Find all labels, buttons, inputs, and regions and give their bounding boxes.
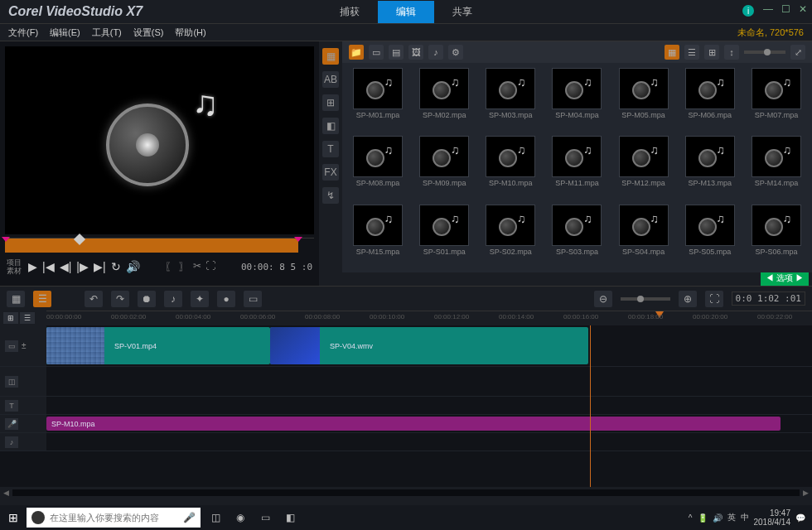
library-item[interactable]: ♫SP-M14.mpa [746, 136, 807, 199]
undo-icon[interactable]: ↶ [85, 291, 103, 307]
tray-clock[interactable]: 19:472018/4/14 [754, 508, 791, 527]
sidebar-transition-icon[interactable]: AB [322, 71, 339, 88]
taskbar-app-3[interactable]: ◧ [278, 508, 302, 528]
options-button[interactable]: ◀ 选项 ▶ [761, 272, 809, 286]
mic-icon[interactable]: 🎤 [183, 512, 196, 523]
redo-icon[interactable]: ↷ [111, 291, 129, 307]
cortana-icon[interactable] [31, 511, 45, 524]
playhead-line[interactable] [590, 325, 591, 487]
library-item[interactable]: ♫SP-M15.mpa [347, 205, 408, 267]
menu-file[interactable]: 文件(F) [8, 26, 38, 39]
start-button[interactable]: ⊞ [3, 508, 23, 528]
library-item[interactable]: ♫SP-M07.mpa [746, 68, 807, 131]
storyboard-view-icon[interactable]: ▦ [7, 291, 25, 307]
minimize-button[interactable]: — [763, 3, 773, 15]
view-list-icon[interactable]: ☰ [684, 45, 699, 60]
info-icon[interactable]: i [742, 5, 754, 17]
subtitle-icon[interactable]: ▭ [244, 291, 262, 307]
play-button[interactable]: ▶ [28, 260, 37, 273]
clip-audio-1[interactable]: SP-M10.mpa [46, 417, 781, 431]
timeline-timecode[interactable]: 0:0 1:02 :01 [732, 292, 805, 306]
timeline-scrollbar[interactable]: ◀▶ [0, 487, 812, 499]
menu-tools[interactable]: 工具(T) [92, 26, 122, 39]
record-icon[interactable]: ⏺ [138, 291, 156, 307]
folder-icon[interactable]: 📁 [349, 45, 364, 60]
timeline-view-icon[interactable]: ☰ [33, 291, 51, 307]
search-input[interactable] [50, 513, 183, 523]
tray-vol-icon[interactable]: 🔊 [713, 513, 723, 523]
sidebar-text-icon[interactable]: T [322, 141, 339, 157]
library-item[interactable]: ♫SP-S04.mpa [613, 205, 674, 267]
split-icon[interactable]: ✂ [193, 260, 201, 274]
library-item[interactable]: ♫SP-M11.mpa [546, 136, 607, 199]
notification-icon[interactable]: 💬 [795, 513, 805, 523]
playhead-indicator[interactable] [74, 234, 85, 245]
zoom-in-icon[interactable]: ⊕ [679, 291, 697, 307]
overlay-track-header[interactable]: ◫ [0, 367, 46, 396]
repeat-button[interactable]: ↻ [111, 260, 121, 273]
taskbar-app-2[interactable]: ▭ [254, 508, 277, 528]
trim-out-handle[interactable] [294, 237, 302, 242]
library-zoom-slider[interactable] [744, 51, 785, 54]
library-item[interactable]: ♫SP-M09.mpa [413, 136, 475, 199]
library-item[interactable]: ♫SP-M13.mpa [679, 136, 741, 199]
title-track-header[interactable]: T [0, 397, 46, 414]
preview-screen[interactable]: ♫ [5, 46, 314, 234]
mark-out-icon[interactable]: 〗 [179, 260, 189, 274]
library-item[interactable]: ♫SP-S06.mpa [746, 205, 807, 267]
music-track-header[interactable]: ♪ [0, 433, 46, 450]
gear-icon[interactable]: ⚙ [448, 45, 463, 60]
clip-video-1[interactable]: SP-V01.mp4 [46, 327, 270, 364]
sidebar-media-icon[interactable]: ▦ [322, 48, 339, 65]
menu-settings[interactable]: 设置(S) [133, 26, 164, 39]
taskbar-app-1[interactable]: ◉ [229, 508, 252, 528]
library-item[interactable]: ♫SP-S03.mpa [546, 205, 607, 267]
next-frame-button[interactable]: |▶ [76, 260, 89, 273]
view-thumb-icon[interactable]: ▦ [665, 45, 679, 60]
preview-timecode[interactable]: 00:00: 8 5 :0 [241, 262, 312, 272]
preview-mode-label[interactable]: 项目素材 [7, 258, 22, 275]
mixer-icon[interactable]: ♪ [164, 291, 182, 307]
library-item[interactable]: ♫SP-M10.mpa [480, 136, 541, 199]
library-item[interactable]: ♫SP-M12.mpa [613, 136, 674, 199]
show-photo-icon[interactable]: ▤ [389, 45, 404, 60]
show-video-icon[interactable]: ▭ [369, 45, 384, 60]
show-audio-icon[interactable]: ♪ [428, 45, 443, 60]
library-item[interactable]: ♫SP-M04.mpa [546, 68, 607, 131]
fit-icon[interactable]: ⛶ [705, 291, 723, 307]
mark-in-icon[interactable]: 〖 [165, 260, 175, 274]
library-item[interactable]: ♫SP-M02.mpa [413, 68, 475, 131]
timeline-ruler[interactable]: ⊞☰ 00:00:00:0000:00:02:0000:00:04:0000:0… [0, 311, 812, 325]
library-item[interactable]: ♫SP-M01.mpa [347, 68, 408, 131]
library-item[interactable]: ♫SP-M03.mpa [480, 68, 541, 131]
ruler-toggle-a[interactable]: ⊞ [3, 312, 18, 324]
library-item[interactable]: ♫SP-M06.mpa [679, 68, 741, 131]
sort-icon[interactable]: ↕ [724, 45, 739, 60]
sidebar-title-icon[interactable]: ⊞ [322, 94, 339, 111]
sidebar-graphic-icon[interactable]: ◧ [322, 118, 339, 134]
clip-video-2[interactable]: SP-V04.wmv [270, 327, 588, 364]
library-item[interactable]: ♫SP-S01.mpa [413, 205, 475, 267]
chapter-icon[interactable]: ● [217, 291, 235, 307]
preview-scrubber[interactable] [5, 238, 314, 253]
marker-icon[interactable]: ✦ [191, 291, 209, 307]
menu-edit[interactable]: 编辑(E) [50, 26, 80, 39]
sidebar-filter-icon[interactable]: FX [322, 164, 339, 181]
timeline-zoom-slider[interactable] [621, 297, 670, 301]
trim-in-handle[interactable] [2, 237, 10, 242]
view-grid-icon[interactable]: ⊞ [704, 45, 719, 60]
library-item[interactable]: ♫SP-S02.mpa [480, 205, 541, 267]
system-tray[interactable]: ^ 🔋 🔊 英 中 19:472018/4/14 💬 [689, 508, 812, 527]
sidebar-path-icon[interactable]: ↯ [322, 187, 339, 204]
tray-power-icon[interactable]: 🔋 [698, 513, 708, 523]
prev-frame-button[interactable]: ◀| [60, 260, 72, 273]
tab-share[interactable]: 共享 [434, 1, 491, 23]
fullscreen-icon[interactable]: ⛶ [205, 260, 215, 274]
tray-ime-1[interactable]: 英 [727, 512, 736, 523]
tray-ime-2[interactable]: 中 [741, 512, 749, 523]
home-button[interactable]: |◀ [42, 260, 55, 273]
voice-track-header[interactable]: 🎤 [0, 415, 46, 432]
end-button[interactable]: ▶| [94, 260, 106, 273]
expand-icon[interactable]: ⤢ [790, 45, 805, 60]
taskbar-search[interactable]: 🎤 [27, 508, 201, 528]
